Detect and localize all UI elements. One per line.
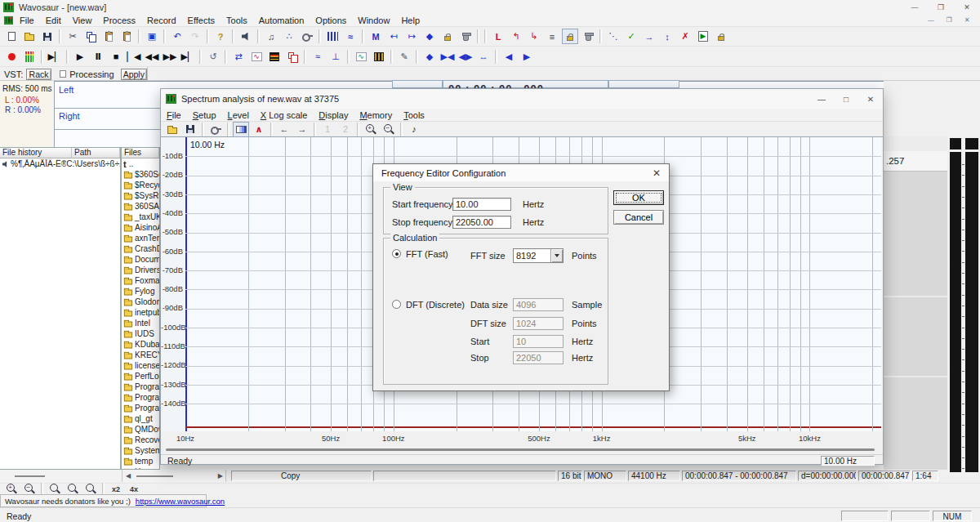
- cursor-right-button[interactable]: ▶: [519, 49, 535, 65]
- envelope-play-button[interactable]: ▶: [695, 29, 711, 44]
- frequency-input[interactable]: 22050.00: [452, 216, 511, 229]
- cancel-button[interactable]: Cancel: [613, 210, 664, 225]
- selection-all-button[interactable]: ↔: [475, 49, 492, 65]
- copy-button[interactable]: [82, 29, 99, 44]
- scrollbar-thumb[interactable]: [166, 448, 875, 451]
- spec-save-button[interactable]: [182, 122, 198, 137]
- channel-copy-button[interactable]: [284, 49, 301, 65]
- loop-mode-button[interactable]: ↺: [205, 49, 221, 65]
- marker-next-button[interactable]: ↦: [403, 29, 420, 44]
- menu-item-tools[interactable]: Tools: [220, 16, 253, 25]
- files-list-item[interactable]: Foxmail: [122, 275, 159, 286]
- vst-processing-checkbox[interactable]: [60, 70, 66, 78]
- spec-note-button[interactable]: ♪: [406, 122, 422, 137]
- envelope-line-button[interactable]: →: [641, 29, 657, 44]
- analysis-2d-button[interactable]: [353, 49, 369, 65]
- scroll-left-icon[interactable]: ◀: [126, 472, 131, 480]
- envelope-apply-button[interactable]: ✓: [623, 29, 639, 44]
- spec-memory-2-button[interactable]: 2: [337, 122, 354, 137]
- redo-button[interactable]: ↷: [187, 29, 203, 44]
- go-start-button[interactable]: ▏◀: [126, 49, 142, 65]
- fft-radio[interactable]: [392, 249, 401, 258]
- marker-prev-button[interactable]: ↤: [385, 29, 402, 44]
- files-list-item[interactable]: IUDS: [122, 328, 159, 339]
- normalize-button[interactable]: ⊥: [327, 49, 344, 65]
- fast-forward-button[interactable]: ▶▶: [162, 49, 178, 65]
- menu-item-automation[interactable]: Automation: [253, 16, 310, 25]
- dialog-close-icon[interactable]: ✕: [644, 164, 669, 181]
- cut-button[interactable]: ✂: [65, 29, 81, 44]
- spectrum-titlebar[interactable]: Spectrum analysis of new.wav at 37375 — …: [161, 89, 883, 109]
- marker-split-button[interactable]: ◆: [421, 29, 438, 44]
- column-files[interactable]: Files: [122, 148, 159, 158]
- files-list-item[interactable]: axnTemp: [122, 233, 159, 243]
- ok-button[interactable]: OK: [613, 190, 664, 205]
- scrollbar-thumb[interactable]: [15, 475, 45, 477]
- files-list-item[interactable]: $SysRes: [122, 190, 159, 201]
- menu-item-file[interactable]: File: [14, 16, 40, 25]
- play-button[interactable]: ▶: [72, 49, 88, 65]
- convert-button[interactable]: ⇄: [230, 49, 247, 65]
- menu-item-edit[interactable]: Edit: [40, 16, 67, 25]
- loop-delete-button[interactable]: [580, 29, 596, 44]
- spectrum-maximize-button[interactable]: □: [834, 89, 858, 109]
- interpolate-button[interactable]: ≈: [310, 49, 326, 65]
- audio-config-button[interactable]: [238, 29, 254, 44]
- envelope-lock-button[interactable]: [713, 29, 729, 44]
- midi-settings-button[interactable]: ♫: [263, 29, 279, 44]
- view-wave-button[interactable]: ≈: [342, 29, 359, 44]
- menu-item-memory[interactable]: Memory: [354, 110, 398, 120]
- files-list-item[interactable]: Drivers: [122, 265, 159, 275]
- selection-grow-button[interactable]: ◀▶: [457, 49, 474, 65]
- loop-snap-button[interactable]: ≡: [544, 29, 560, 44]
- view-bars-button[interactable]: [324, 29, 341, 44]
- loop-points-button[interactable]: L: [490, 29, 506, 44]
- loop-lock-button[interactable]: [562, 29, 578, 44]
- spectrum-close-button[interactable]: ✕: [858, 89, 883, 109]
- files-list-item[interactable]: _taxUKe: [122, 212, 159, 222]
- files-list-item[interactable]: AisinoAts: [122, 222, 159, 233]
- mdi-minimize-button[interactable]: —: [924, 15, 938, 25]
- menu-item-display[interactable]: Display: [313, 110, 354, 120]
- dialog-titlebar[interactable]: Frequency Editor Configuration: [373, 164, 669, 181]
- combobox-dropdown-icon[interactable]: [550, 249, 563, 262]
- paste-button[interactable]: [100, 29, 117, 44]
- cursor-left-button[interactable]: ◀: [501, 49, 517, 65]
- files-list-item[interactable]: CrashDu: [122, 243, 159, 254]
- donation-link[interactable]: https://www.wavosaur.con: [136, 497, 225, 506]
- files-list-item[interactable]: Glodon: [122, 297, 159, 307]
- vu-meter-button[interactable]: [21, 49, 38, 65]
- midi-routing-button[interactable]: ∴: [281, 29, 297, 44]
- files-list-item[interactable]: Docume: [122, 254, 159, 265]
- restore-button[interactable]: ❐: [928, 0, 954, 14]
- files-list-item[interactable]: 360SAN: [122, 201, 159, 212]
- pencil-edit-button[interactable]: ✎: [396, 49, 412, 65]
- files-list-item[interactable]: $360Sec: [122, 169, 159, 180]
- spec-zoom-in-button[interactable]: [363, 122, 379, 137]
- pause-button[interactable]: Ⅱ: [90, 49, 106, 65]
- paste-mix-button[interactable]: [118, 29, 135, 44]
- files-up-item[interactable]: t ..: [122, 158, 159, 169]
- frequency-cursor-line[interactable]: [185, 137, 187, 431]
- spec-open-button[interactable]: [164, 122, 180, 137]
- menu-item-window[interactable]: Window: [352, 16, 395, 25]
- close-button[interactable]: ✕: [954, 0, 980, 14]
- selection-zoom-button[interactable]: ◆: [421, 49, 438, 65]
- spectrum-scrollbar[interactable]: [161, 446, 883, 454]
- files-list-item[interactable]: PerfLogs: [122, 371, 159, 381]
- menu-item-effects[interactable]: Effects: [182, 16, 220, 25]
- files-hscrollbar[interactable]: ◀ ▶: [123, 470, 226, 482]
- menu-item-setup[interactable]: Setup: [187, 110, 222, 120]
- files-list-item[interactable]: Program: [122, 392, 159, 403]
- help-button[interactable]: ?: [212, 29, 229, 44]
- menu-item-level[interactable]: Level: [222, 110, 255, 120]
- menu-item-help[interactable]: Help: [395, 16, 425, 25]
- files-list-item[interactable]: ql_gt: [122, 413, 159, 424]
- envelope-vertical-button[interactable]: ↕: [659, 29, 675, 44]
- play-cursor-button[interactable]: ▶▏: [47, 49, 63, 65]
- mdi-close-button[interactable]: ✕: [960, 15, 973, 25]
- menu-item-view[interactable]: View: [67, 16, 98, 25]
- vst-apply-button[interactable]: Apply: [121, 69, 147, 80]
- spec-peak-button[interactable]: ∧: [251, 122, 267, 137]
- menu-item-record[interactable]: Record: [141, 16, 181, 25]
